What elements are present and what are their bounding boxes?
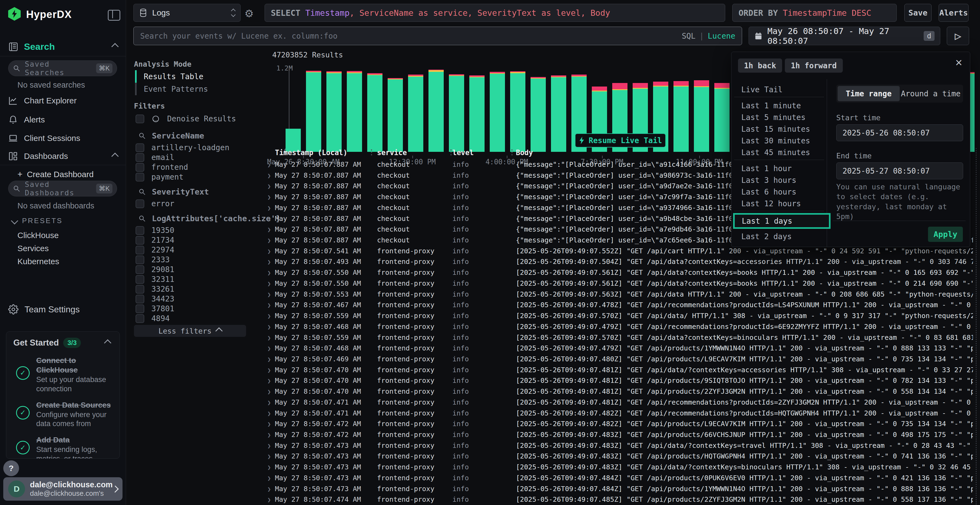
analysis-mode-event-patterns[interactable]: Event Patterns (135, 83, 249, 95)
time-back-button[interactable]: 1h back (738, 59, 782, 73)
checkbox[interactable] (135, 199, 144, 208)
start-time-input[interactable]: 2025-05-26 08:50:07 (836, 124, 963, 141)
sidebar-item-alerts[interactable]: Alerts (8, 115, 45, 125)
sql-select-editor[interactable]: SELECT Timestamp, ServiceName as service… (265, 4, 725, 22)
table-row[interactable]: ❯May 27 8:50:07.493 AMfrontend-proxyinfo… (267, 256, 977, 267)
quick-range-option[interactable]: Last 1 minute (741, 101, 801, 110)
filter-option[interactable]: artillery-loadgen (135, 143, 229, 152)
table-row[interactable]: ❯May 27 8:50:07.473 AMfrontend-proxyinfo… (267, 462, 977, 472)
column-resize-handle[interactable]: ⋮ (368, 148, 375, 156)
preset-kubernetes[interactable]: Kubernetes (18, 257, 59, 266)
filter-option[interactable]: 4894 (135, 314, 170, 323)
row-expand-icon[interactable]: ❯ (267, 269, 271, 276)
col-service[interactable]: service (377, 149, 407, 157)
time-forward-button[interactable]: 1h forward (785, 59, 843, 73)
row-expand-icon[interactable]: ❯ (267, 399, 271, 406)
table-row[interactable]: ❯May 27 8:50:07.550 AMfrontend-proxyinfo… (267, 278, 977, 289)
denoise-results-checkbox[interactable]: Denoise Results (135, 114, 236, 123)
histogram-bar[interactable] (367, 73, 382, 152)
table-row[interactable]: ❯May 27 8:50:07.470 AMfrontend-proxyinfo… (267, 364, 977, 375)
row-expand-icon[interactable]: ❯ (267, 194, 271, 200)
filter-option[interactable]: 32311 (135, 275, 174, 284)
row-expand-icon[interactable]: ❯ (267, 496, 271, 503)
histogram-bar[interactable] (428, 70, 444, 152)
chevron-up-icon[interactable] (104, 339, 111, 347)
run-query-button[interactable]: ▷ (947, 27, 969, 45)
row-expand-icon[interactable]: ❯ (267, 388, 271, 395)
row-expand-icon[interactable]: ❯ (267, 367, 271, 373)
sidebar-item-chart-explorer[interactable]: Chart Explorer (8, 96, 76, 106)
row-expand-icon[interactable]: ❯ (267, 324, 271, 330)
table-row[interactable]: ❯May 27 8:50:07.470 AMfrontend-proxyinfo… (267, 386, 977, 397)
checkbox[interactable] (135, 114, 144, 123)
row-expand-icon[interactable]: ❯ (267, 183, 271, 190)
quick-range-option[interactable]: Last 15 minutes (741, 125, 810, 133)
filter-option[interactable]: 33261 (135, 284, 174, 294)
histogram-bar[interactable] (490, 72, 505, 152)
tab-time-range[interactable]: Time range (838, 86, 900, 101)
quick-range-option[interactable]: Last 5 minutes (741, 113, 805, 122)
row-expand-icon[interactable]: ❯ (267, 410, 271, 417)
quick-range-option[interactable]: Live Tail (741, 85, 783, 94)
get-started-item[interactable]: ✓Add DataStart sending logs, metrics, or… (6, 430, 119, 459)
filter-option[interactable]: error (135, 199, 174, 208)
saved-dashboards-input[interactable]: Saved Dashboards ⌘K (8, 181, 117, 197)
col-level[interactable]: level (452, 149, 474, 157)
quick-range-option[interactable]: Last 6 hours (741, 187, 796, 197)
filter-option[interactable]: frontend (135, 163, 188, 172)
row-expand-icon[interactable]: ❯ (267, 259, 271, 265)
table-row[interactable]: ❯May 27 8:50:07.559 AMfrontend-proxyinfo… (267, 332, 977, 343)
row-expand-icon[interactable]: ❯ (267, 302, 271, 308)
checkbox[interactable] (135, 246, 144, 254)
table-row[interactable]: ❯May 27 8:50:07.474 AMfrontend-proxyinfo… (267, 494, 977, 505)
date-range-input[interactable]: May 26 08:50:07 - May 27 08:50:07 d (749, 27, 940, 45)
filter-option[interactable]: email (135, 153, 174, 162)
checkbox[interactable] (135, 305, 144, 313)
checkbox[interactable] (135, 143, 144, 152)
row-expand-icon[interactable]: ❯ (267, 313, 271, 319)
row-expand-icon[interactable]: ❯ (267, 345, 271, 352)
create-dashboard-button[interactable]: + Create Dashboard (18, 169, 94, 179)
table-row[interactable]: ❯May 27 8:50:07.468 AMfrontend-proxyinfo… (267, 321, 977, 332)
user-menu[interactable]: D dale@clickhouse.com dale@clickhouse.co… (3, 477, 123, 501)
table-row[interactable]: ❯May 27 8:50:07.472 AMfrontend-proxyinfo… (267, 418, 977, 429)
histogram-bar[interactable] (714, 83, 730, 152)
column-resize-handle[interactable]: ⋮ (509, 148, 515, 156)
help-button[interactable]: ? (3, 461, 19, 476)
row-expand-icon[interactable]: ❯ (267, 161, 271, 168)
row-expand-icon[interactable]: ❯ (267, 486, 271, 492)
apply-button[interactable]: Apply (928, 227, 963, 242)
checkbox[interactable] (135, 256, 144, 264)
query-language-toggle[interactable]: SQL | Lucene (682, 32, 735, 41)
row-expand-icon[interactable]: ❯ (267, 172, 271, 179)
checkbox[interactable] (135, 275, 144, 284)
checkbox[interactable] (135, 173, 144, 181)
checkbox[interactable] (135, 295, 144, 303)
histogram-bar[interactable] (449, 74, 464, 152)
toggle-lucene[interactable]: Lucene (708, 32, 735, 41)
histogram-bar[interactable] (326, 71, 342, 152)
col-body[interactable]: Body (516, 149, 533, 157)
table-row[interactable]: ❯May 27 8:50:07.553 AMfrontend-proxyinfo… (267, 289, 977, 300)
row-expand-icon[interactable]: ❯ (267, 226, 271, 233)
row-expand-icon[interactable]: ❯ (267, 432, 271, 438)
row-expand-icon[interactable]: ❯ (267, 464, 271, 471)
analysis-mode-results-table[interactable]: Results Table (135, 70, 249, 83)
sidebar-collapse-icon[interactable] (108, 10, 120, 21)
get-started-item[interactable]: ✓Create Data SourcesConfigure where your… (6, 395, 119, 430)
sidebar-item-search[interactable]: Search (8, 41, 118, 52)
row-expand-icon[interactable]: ❯ (267, 377, 271, 384)
save-button[interactable]: Save (904, 4, 932, 22)
quick-range-option[interactable]: Last 12 hours (741, 199, 801, 208)
row-expand-icon[interactable]: ❯ (267, 248, 271, 255)
quick-range-option[interactable]: Last 3 hours (741, 176, 796, 185)
table-row[interactable]: ❯May 27 8:50:07.473 AMfrontend-proxyinfo… (267, 440, 977, 451)
row-expand-icon[interactable]: ❯ (267, 453, 271, 460)
row-expand-icon[interactable]: ❯ (267, 280, 271, 287)
checkbox[interactable] (135, 163, 144, 172)
resume-live-tail-button[interactable]: Resume Live Tail (575, 133, 666, 148)
end-time-input[interactable]: 2025-05-27 08:50:07 (836, 162, 963, 179)
row-expand-icon[interactable]: ❯ (267, 205, 271, 211)
toggle-sql[interactable]: SQL (682, 32, 695, 41)
table-row[interactable]: ❯May 27 8:50:07.472 AMfrontend-proxyinfo… (267, 429, 977, 440)
